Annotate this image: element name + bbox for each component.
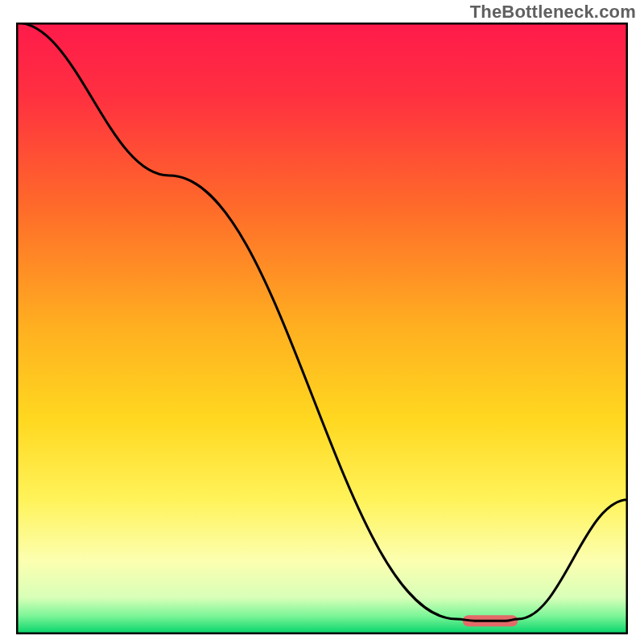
- chart-svg: [16, 23, 628, 634]
- watermark-text: TheBottleneck.com: [470, 2, 636, 23]
- gradient-background: [16, 23, 628, 634]
- chart-container: TheBottleneck.com: [0, 0, 644, 644]
- bottleneck-chart: [16, 23, 628, 634]
